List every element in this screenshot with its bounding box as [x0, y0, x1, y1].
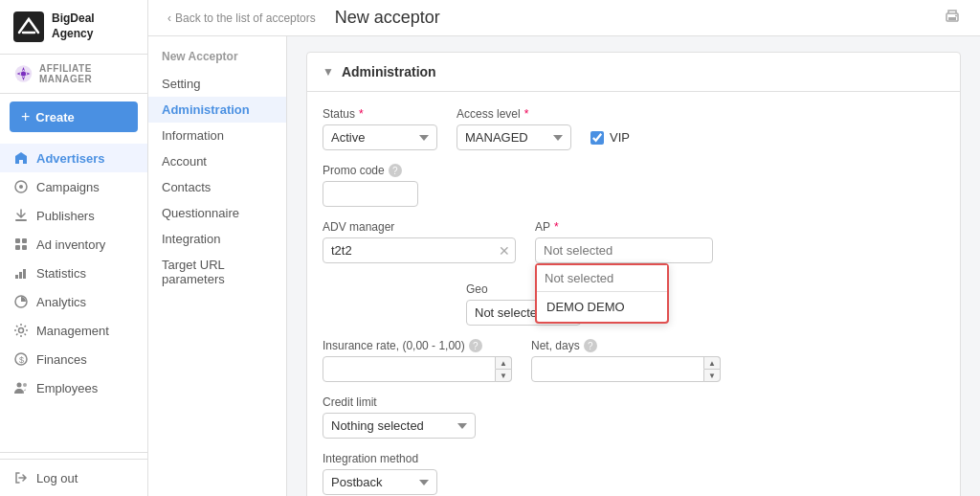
sidebar-item-campaigns[interactable]: Campaigns — [0, 172, 147, 201]
create-button-label: Create — [35, 110, 74, 124]
subnav: New Acceptor Setting Administration Info… — [148, 36, 287, 496]
adv-manager-group: ADV manager ✕ — [323, 220, 516, 263]
sidebar-item-finances[interactable]: $ Finances — [0, 345, 147, 373]
net-days-label: Net, days ? — [531, 339, 721, 352]
net-days-down-button[interactable]: ▼ — [703, 369, 721, 382]
sidebar-item-analytics-label: Analytics — [36, 295, 86, 309]
logout-icon — [13, 470, 29, 485]
print-button[interactable] — [944, 8, 961, 28]
svg-point-14 — [19, 328, 24, 333]
integration-method-group: Integration method Postback — [323, 452, 437, 495]
vip-label[interactable]: VIP — [610, 130, 630, 145]
credit-limit-group: Credit limit Nothing selected — [323, 395, 476, 439]
subnav-header: New Acceptor — [148, 46, 286, 71]
insurance-rate-up-button[interactable]: ▲ — [495, 356, 512, 369]
ap-dropdown-search[interactable] — [537, 265, 667, 292]
svg-text:$: $ — [19, 355, 24, 365]
affiliate-label: AFFILIATE MANAGER — [39, 63, 134, 84]
net-days-up-button[interactable]: ▲ — [703, 356, 721, 369]
sidebar-item-statistics[interactable]: Statistics — [0, 259, 147, 287]
subnav-item-information[interactable]: Information — [148, 123, 286, 148]
form-row-6: Integration method Postback — [323, 452, 945, 495]
sidebar-item-ad-inventory[interactable]: Ad inventory — [0, 230, 147, 259]
page-title: New acceptor — [335, 8, 440, 28]
back-link[interactable]: ‹ Back to the list of acceptors — [167, 11, 316, 25]
svg-rect-5 — [15, 219, 27, 221]
insurance-rate-input[interactable] — [323, 356, 512, 382]
status-label: Status * — [323, 107, 437, 121]
ap-dropdown: DEMO DEMO — [535, 263, 669, 324]
sidebar-item-campaigns-label: Campaigns — [36, 180, 100, 194]
subnav-item-target-url[interactable]: Target URL parameters — [148, 252, 286, 292]
subnav-item-contacts[interactable]: Contacts — [148, 174, 286, 200]
insurance-rate-steppers: ▲ ▼ — [495, 356, 512, 382]
svg-point-2 — [21, 71, 26, 76]
promo-code-input[interactable] — [323, 181, 418, 207]
sidebar-item-employees[interactable]: Employees — [0, 373, 147, 402]
finances-icon: $ — [13, 351, 29, 367]
promo-code-info-icon[interactable]: ? — [389, 164, 402, 177]
integration-method-select[interactable]: Postback — [323, 469, 437, 495]
credit-limit-select[interactable]: Nothing selected — [323, 413, 476, 439]
promo-code-group: Promo code ? — [323, 164, 418, 207]
svg-rect-0 — [13, 11, 44, 42]
logo-subtitle: Agency — [52, 27, 95, 42]
net-days-info-icon[interactable]: ? — [584, 339, 597, 352]
adv-manager-label: ADV manager — [323, 220, 516, 234]
insurance-rate-down-button[interactable]: ▼ — [495, 369, 512, 382]
svg-rect-9 — [22, 245, 27, 250]
advertisers-icon — [13, 150, 29, 166]
statistics-icon — [13, 265, 29, 281]
access-level-required: * — [524, 107, 529, 121]
sidebar-item-management[interactable]: Management — [0, 316, 147, 345]
net-days-input[interactable] — [531, 356, 721, 382]
management-icon — [13, 323, 29, 338]
nav-items: Advertisers Campaigns Publishers Ad inve… — [0, 140, 147, 446]
subnav-item-administration[interactable]: Administration — [148, 97, 286, 123]
back-arrow-icon: ‹ — [167, 11, 171, 25]
insurance-rate-label: Insurance rate, (0,00 - 1,00) ? — [323, 339, 512, 352]
access-level-select[interactable]: MANAGED — [457, 124, 571, 150]
create-button[interactable]: + Create — [10, 101, 138, 132]
ap-input[interactable] — [535, 237, 713, 263]
affiliate-icon — [13, 62, 33, 85]
affiliate-badge: AFFILIATE MANAGER — [0, 55, 147, 94]
administration-chevron-icon: ▼ — [323, 65, 334, 79]
form-area: ▼ Administration Status * Active — [287, 36, 980, 496]
vip-checkbox[interactable] — [590, 131, 604, 145]
form-row-1: Status * Active Access level * — [323, 107, 945, 150]
sidebar-item-analytics[interactable]: Analytics — [0, 287, 147, 316]
sidebar-divider — [0, 452, 147, 453]
svg-rect-12 — [23, 269, 26, 279]
promo-code-label: Promo code ? — [323, 164, 418, 177]
subnav-item-setting[interactable]: Setting — [148, 71, 286, 97]
administration-section-header[interactable]: ▼ Administration — [307, 53, 960, 92]
insurance-rate-info-icon[interactable]: ? — [469, 339, 482, 352]
sidebar-footer: Log out — [0, 459, 147, 496]
employees-icon — [13, 380, 29, 395]
subnav-item-account[interactable]: Account — [148, 148, 286, 174]
sidebar-item-statistics-label: Statistics — [36, 266, 86, 281]
ap-option-demo[interactable]: DEMO DEMO — [537, 292, 667, 322]
subnav-item-questionnaire[interactable]: Questionnaire — [148, 200, 286, 226]
logo-name: BigDeal — [52, 11, 95, 27]
sidebar-item-finances-label: Finances — [36, 352, 87, 367]
sidebar-item-advertisers[interactable]: Advertisers — [0, 144, 147, 172]
status-select[interactable]: Active — [323, 124, 437, 150]
subnav-item-integration[interactable]: Integration — [148, 226, 286, 252]
status-group: Status * Active — [323, 107, 437, 150]
sidebar-item-publishers[interactable]: Publishers — [0, 201, 147, 230]
svg-rect-8 — [15, 245, 20, 250]
ap-group: AP * DEMO DEMO — [535, 220, 713, 263]
campaigns-icon — [13, 179, 29, 194]
adv-manager-input[interactable] — [323, 237, 516, 263]
sidebar-item-logout[interactable]: Log out — [0, 463, 147, 492]
sidebar-item-ad-inventory-label: Ad inventory — [36, 237, 105, 252]
adv-manager-clear-button[interactable]: ✕ — [499, 243, 510, 259]
svg-point-4 — [19, 185, 23, 189]
form-row-2: Promo code ? — [323, 164, 945, 207]
publishers-icon — [13, 208, 29, 223]
access-level-group: Access level * MANAGED — [457, 107, 571, 150]
ap-required: * — [554, 220, 559, 234]
net-days-group: Net, days ? ▲ ▼ — [531, 339, 721, 382]
